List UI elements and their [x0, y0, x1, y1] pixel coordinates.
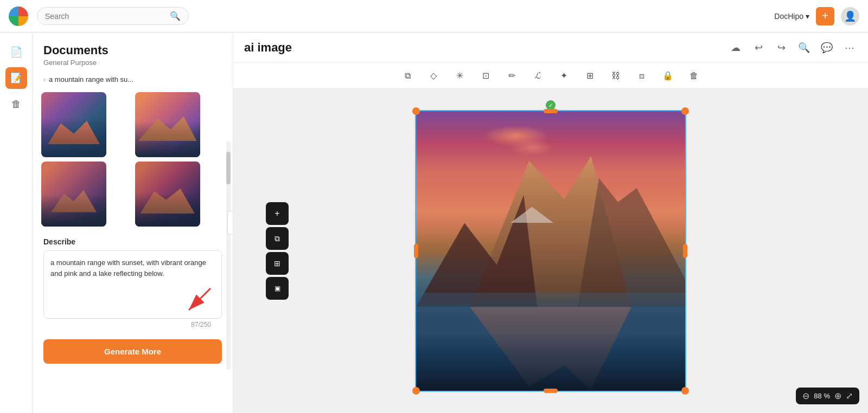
- handle-right-center[interactable]: [683, 244, 687, 258]
- image-thumb-1[interactable]: [41, 92, 106, 157]
- panel-subtitle: General Purpose: [43, 59, 222, 67]
- float-tools: + ⧉ ⊞ ▣: [266, 202, 289, 300]
- element-toolbar: ⧉ ◇ ✳ ⊡ ✏ ℒ ✦ ⊞ ⛓ ⧈ 🔒 🗑: [233, 63, 868, 89]
- crop-tool[interactable]: ⊡: [478, 68, 493, 83]
- left-panel: Documents General Purpose ‹ a mountain r…: [33, 33, 233, 413]
- plus-icon: +: [275, 209, 279, 218]
- image-grid: [33, 88, 233, 231]
- zoom-percent: 88 %: [814, 392, 830, 400]
- zoom-in-button[interactable]: ⊕: [834, 391, 841, 401]
- canvas-toolbar-right: ☁ ↩ ↪ 🔍 💬 ⋯: [728, 40, 857, 55]
- sidebar-item-document[interactable]: 📄: [5, 41, 27, 63]
- describe-textarea-wrap: [43, 250, 222, 319]
- describe-textarea[interactable]: [44, 251, 221, 316]
- handle-top-right[interactable]: [681, 107, 689, 115]
- panel-collapse-button[interactable]: ‹: [227, 211, 233, 235]
- back-arrow-icon: ‹: [43, 76, 46, 83]
- link-tool[interactable]: ⛓: [608, 68, 623, 83]
- add-element-button[interactable]: +: [266, 202, 289, 225]
- handle-bottom-right[interactable]: [681, 387, 689, 395]
- panel-header: Documents General Purpose: [33, 33, 233, 71]
- canvas-area: ai image ☁ ↩ ↪ 🔍 💬 ⋯ ⧉ ◇ ✳ ⊡ ✏ ℒ ✦ ⊞ ⛓ ⧈…: [233, 33, 868, 413]
- redo-icon[interactable]: ↪: [774, 40, 789, 55]
- image-thumb-3[interactable]: [41, 162, 106, 227]
- panel-scrollbar-track[interactable]: [226, 141, 231, 370]
- handle-left-center[interactable]: [414, 244, 418, 258]
- grid-pattern-tool[interactable]: ⊞: [582, 68, 597, 83]
- search-box[interactable]: 🔍: [37, 7, 189, 25]
- sidebar-item-template[interactable]: 📝: [5, 67, 27, 89]
- handle-bottom-center[interactable]: [544, 389, 558, 393]
- sidebar-item-trash[interactable]: 🗑: [5, 93, 27, 115]
- dochipo-label: DocHipo: [774, 12, 803, 21]
- canvas-image[interactable]: [415, 110, 686, 392]
- cloud-save-icon[interactable]: ☁: [728, 40, 743, 55]
- selected-image-container[interactable]: ✓: [415, 110, 686, 392]
- app-logo[interactable]: [9, 7, 28, 26]
- template-icon: 📝: [10, 72, 22, 84]
- duplicate-button[interactable]: ⧉: [266, 227, 289, 250]
- lasso-tool[interactable]: ℒ: [530, 68, 545, 83]
- canvas-title: ai image: [244, 41, 292, 55]
- icon-sidebar: 📄 📝 🗑: [0, 33, 33, 413]
- handle-bottom-left[interactable]: [412, 387, 420, 395]
- chevron-down-icon: ▾: [806, 12, 809, 21]
- search-input[interactable]: [45, 12, 165, 21]
- panel-scrollbar-thumb[interactable]: [226, 152, 231, 184]
- eraser-tool[interactable]: ◇: [426, 68, 441, 83]
- char-count: 87/250: [43, 319, 222, 331]
- handle-top-center[interactable]: [544, 109, 558, 113]
- pencil-tool[interactable]: ✏: [504, 68, 519, 83]
- zoom-out-button[interactable]: ⊖: [802, 391, 809, 401]
- canvas-toolbar: ai image ☁ ↩ ↪ 🔍 💬 ⋯: [233, 33, 868, 63]
- image-thumb-2[interactable]: [135, 92, 200, 157]
- sparkle-tool[interactable]: ✦: [556, 68, 571, 83]
- breadcrumb-text: a mountain range with su...: [49, 75, 133, 83]
- nav-right: DocHipo ▾ + 👤: [774, 7, 859, 25]
- user-avatar[interactable]: 👤: [841, 7, 859, 25]
- layout-grid-button[interactable]: ⊞: [266, 252, 289, 275]
- dochipo-dropdown[interactable]: DocHipo ▾: [774, 12, 809, 21]
- zoom-bar: ⊖ 88 % ⊕ ⤢: [796, 388, 859, 404]
- search-canvas-icon[interactable]: 🔍: [796, 40, 812, 55]
- lock-tool[interactable]: 🔒: [660, 68, 675, 83]
- undo-icon[interactable]: ↩: [751, 40, 766, 55]
- magic-select-tool[interactable]: ✳: [452, 68, 467, 83]
- add-button[interactable]: +: [816, 7, 834, 25]
- media-icon: ▣: [275, 285, 280, 292]
- media-replace-button[interactable]: ▣: [266, 277, 289, 300]
- fit-screen-button[interactable]: ⤢: [846, 391, 853, 401]
- describe-section: Describe 87/250: [33, 231, 233, 335]
- top-navigation: 🔍 DocHipo ▾ + 👤: [0, 0, 868, 33]
- comment-icon[interactable]: 💬: [819, 40, 834, 55]
- main-area: 📄 📝 🗑 Documents General Purpose ‹ a moun…: [0, 33, 868, 413]
- canvas-content[interactable]: + ⧉ ⊞ ▣ ✓: [233, 89, 868, 413]
- delete-tool[interactable]: 🗑: [686, 68, 701, 83]
- trash-icon: 🗑: [11, 99, 21, 110]
- clipboard-tool[interactable]: ⧉: [400, 68, 415, 83]
- layers-tool[interactable]: ⧈: [634, 68, 649, 83]
- handle-top-left[interactable]: [412, 107, 420, 115]
- more-options-icon[interactable]: ⋯: [842, 40, 857, 55]
- search-icon: 🔍: [170, 11, 181, 21]
- document-icon: 📄: [10, 46, 22, 58]
- duplicate-icon: ⧉: [275, 234, 280, 243]
- layout-grid-icon: ⊞: [274, 259, 280, 268]
- breadcrumb[interactable]: ‹ a mountain range with su...: [33, 71, 233, 88]
- generate-more-button[interactable]: Generate More: [43, 339, 222, 364]
- describe-label: Describe: [43, 237, 222, 246]
- image-thumb-4[interactable]: [135, 162, 200, 227]
- panel-title: Documents: [43, 43, 222, 57]
